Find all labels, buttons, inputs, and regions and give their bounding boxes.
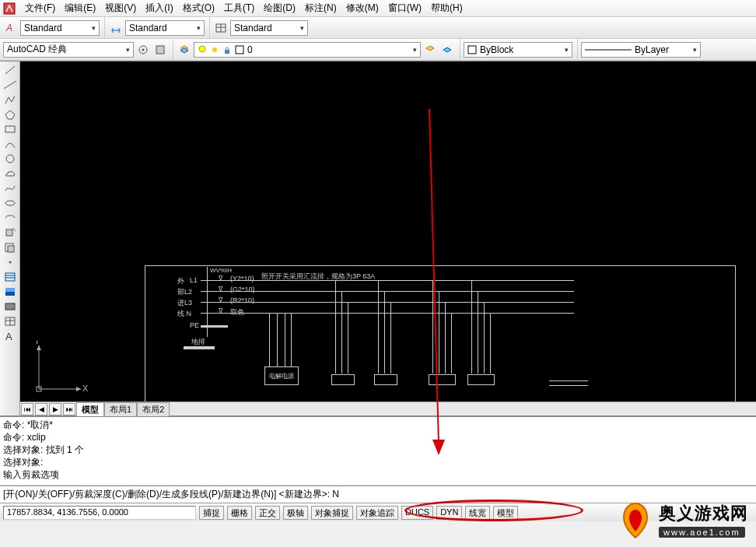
text-style-combo[interactable]: Standard▾ xyxy=(20,20,100,36)
layer-combo[interactable]: 0▾ xyxy=(194,42,421,58)
layer-states-icon[interactable] xyxy=(439,42,455,58)
menu-dimension[interactable]: 标注(N) xyxy=(300,0,341,16)
svg-rect-13 xyxy=(225,50,229,54)
command-input[interactable]: [开(ON)/关(OFF)/剪裁深度(C)/删除(D)/生成多段线(P)/新建边… xyxy=(0,486,756,503)
tab-first-icon[interactable]: ⏮ xyxy=(21,403,33,416)
watermark-url: www.aoe1.com xyxy=(659,527,745,538)
menu-insert[interactable]: 插入(I) xyxy=(141,0,177,16)
dim-style-combo[interactable]: Standard▾ xyxy=(125,20,205,36)
line-icon[interactable] xyxy=(2,63,19,77)
mtext-icon[interactable]: A xyxy=(2,329,19,343)
layout-tabs-bar: ⏮ ◀ ▶ ⏭ 模型 布局1 布局2 xyxy=(20,401,756,416)
arc-icon[interactable] xyxy=(2,137,19,151)
menu-format[interactable]: 格式(O) xyxy=(178,0,219,16)
cmd-line: 选择对象: 找到 1 个 xyxy=(3,444,753,456)
color-combo[interactable]: ByBlock▾ xyxy=(464,42,572,58)
svg-text:A: A xyxy=(5,331,12,342)
layer-manager-icon[interactable] xyxy=(177,42,192,58)
tab-prev-icon[interactable]: ◀ xyxy=(35,403,47,416)
hatch-icon[interactable] xyxy=(2,270,19,284)
toolbar-styles: A Standard▾ Standard▾ Standard▾ xyxy=(0,17,756,39)
menu-bar: 文件(F) 编辑(E) 视图(V) 插入(I) 格式(O) 工具(T) 绘图(D… xyxy=(0,0,756,17)
coords-display[interactable]: 17857.8834, 4136.7556, 0.0000 xyxy=(3,506,196,520)
svg-point-22 xyxy=(5,201,15,205)
status-bar: 17857.8834, 4136.7556, 0.0000 捕捉 栅格 正交 极… xyxy=(0,503,756,521)
table-style-combo[interactable]: Standard▾ xyxy=(230,20,308,36)
menu-view[interactable]: 视图(V) xyxy=(100,0,141,16)
polyline-icon[interactable] xyxy=(2,93,19,107)
lock-icon xyxy=(222,45,232,54)
command-history[interactable]: 命令: *取消* 命令: xclip 选择对象: 找到 1 个 选择对象: 输入… xyxy=(0,417,756,486)
table-icon[interactable] xyxy=(2,314,19,328)
region-icon[interactable] xyxy=(2,300,19,314)
menu-help[interactable]: 帮助(H) xyxy=(426,0,467,16)
bylayer-swatch xyxy=(467,45,477,54)
make-block-icon[interactable] xyxy=(2,240,19,254)
svg-rect-32 xyxy=(5,303,15,310)
spline-icon[interactable] xyxy=(2,181,19,195)
osnap-button[interactable]: 对象捕捉 xyxy=(311,506,353,520)
tab-layout2[interactable]: 布局2 xyxy=(137,402,170,416)
text-style-icon[interactable]: A xyxy=(3,20,19,36)
tab-model[interactable]: 模型 xyxy=(76,402,104,416)
polygon-icon[interactable] xyxy=(2,107,19,121)
circle-icon[interactable] xyxy=(2,152,19,166)
ellipse-icon[interactable] xyxy=(2,196,19,210)
ucs-icon: X Y xyxy=(34,341,89,395)
tab-layout1[interactable]: 布局1 xyxy=(104,402,137,416)
svg-rect-14 xyxy=(236,46,243,54)
dim-style-icon[interactable] xyxy=(108,20,124,36)
otrack-button[interactable]: 对象追踪 xyxy=(356,506,398,520)
menu-draw[interactable]: 绘图(D) xyxy=(259,0,300,16)
cmd-line: 命令: *取消* xyxy=(3,419,753,431)
svg-line-18 xyxy=(4,81,16,89)
sun-icon xyxy=(210,45,219,54)
svg-point-12 xyxy=(212,47,217,52)
ellipse-arc-icon[interactable] xyxy=(2,211,19,225)
bulb-icon xyxy=(198,45,207,54)
grid-button[interactable]: 栅格 xyxy=(227,506,252,520)
menu-modify[interactable]: 修改(M) xyxy=(341,0,383,16)
table-style-icon[interactable] xyxy=(213,20,229,36)
ducs-button[interactable]: DUCS xyxy=(401,506,433,520)
menu-window[interactable]: 窗口(W) xyxy=(383,0,426,16)
revcloud-icon[interactable] xyxy=(2,167,19,181)
polar-button[interactable]: 极轴 xyxy=(283,506,308,520)
svg-point-9 xyxy=(142,48,145,51)
command-window: 命令: *取消* 命令: xclip 选择对象: 找到 1 个 选择对象: 输入… xyxy=(0,416,756,503)
svg-point-21 xyxy=(6,155,14,163)
svg-rect-27 xyxy=(5,273,15,281)
workspace-combo[interactable]: AutoCAD 经典▾ xyxy=(3,42,134,58)
gradient-icon[interactable] xyxy=(2,285,19,299)
ortho-button[interactable]: 正交 xyxy=(255,506,280,520)
insert-block-icon[interactable] xyxy=(2,226,19,240)
xline-icon[interactable] xyxy=(2,78,19,92)
dyn-button[interactable]: DYN xyxy=(436,506,462,520)
linetype-combo[interactable]: ByLayer▾ xyxy=(581,42,701,58)
tab-next-icon[interactable]: ▶ xyxy=(49,403,61,416)
snap-button[interactable]: 捕捉 xyxy=(199,506,224,520)
svg-rect-31 xyxy=(5,288,15,292)
svg-text:A: A xyxy=(5,23,12,33)
point-icon[interactable] xyxy=(2,255,19,269)
app-icon xyxy=(3,2,16,15)
draw-toolbar: A xyxy=(0,61,20,416)
svg-text:Y: Y xyxy=(34,341,40,345)
menu-tools[interactable]: 工具(T) xyxy=(219,0,259,16)
menu-file[interactable]: 文件(F) xyxy=(20,0,60,16)
rectangle-icon[interactable] xyxy=(2,122,19,136)
workspace-settings-icon[interactable] xyxy=(135,42,151,58)
menu-edit[interactable]: 编辑(E) xyxy=(60,0,100,16)
model-button[interactable]: 模型 xyxy=(493,506,518,520)
svg-marker-40 xyxy=(37,345,41,350)
svg-rect-15 xyxy=(468,46,476,54)
cmd-line: 选择对象: xyxy=(3,456,753,468)
layer-previous-icon[interactable] xyxy=(422,42,438,58)
tab-last-icon[interactable]: ⏭ xyxy=(63,403,75,416)
drawing-canvas[interactable]: X Y WV%IH 照开开关采用汇流排，规格为3P 63A 外 L1 ∇ (Y2… xyxy=(20,61,756,401)
diagram-header: WV%IH xyxy=(210,267,232,274)
toolbar-workspace: AutoCAD 经典▾ 0▾ ByBlock▾ ByLayer▾ xyxy=(0,39,756,61)
workspace-save-icon[interactable] xyxy=(152,42,168,58)
svg-text:X: X xyxy=(82,384,89,393)
lwt-button[interactable]: 线宽 xyxy=(465,506,490,520)
